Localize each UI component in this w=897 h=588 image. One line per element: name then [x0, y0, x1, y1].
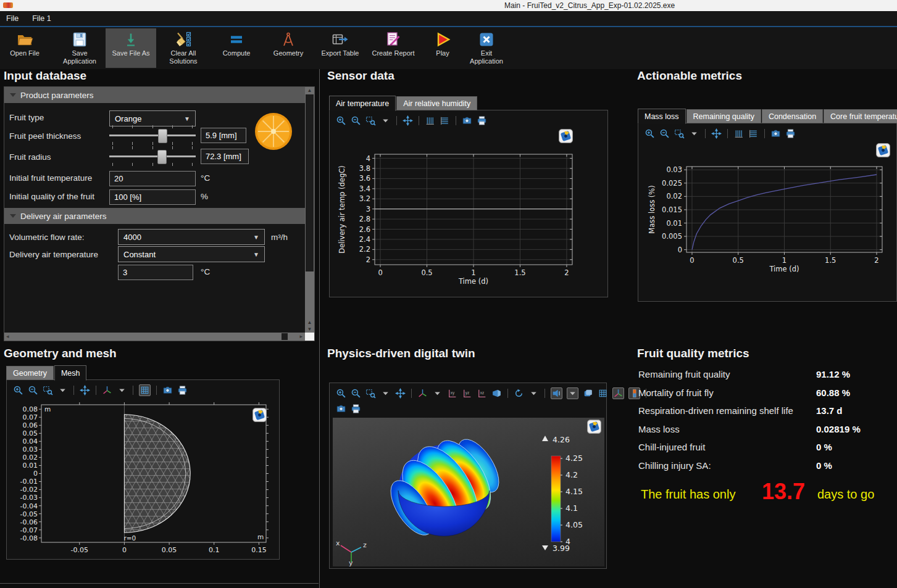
caret-icon[interactable] [528, 388, 539, 399]
zoom-in-icon[interactable] [13, 385, 23, 395]
fit-icon[interactable] [80, 385, 90, 395]
exit-application-button[interactable]: Exit Application [460, 28, 513, 68]
initial-temp-input[interactable]: 20 [109, 171, 196, 186]
grid-x-icon[interactable] [748, 128, 759, 139]
mass-loss-chart[interactable]: 00.511.5200.0050.010.0150.020.0250.03Tim… [638, 141, 896, 304]
menu-file[interactable]: File [6, 14, 19, 23]
menu-file-1[interactable]: File 1 [32, 14, 51, 23]
printer-icon[interactable] [177, 385, 188, 395]
column-divider[interactable] [319, 69, 320, 588]
section-delivery-air-parameters[interactable]: Delivery air parameters [4, 208, 306, 224]
printer-icon[interactable] [785, 128, 796, 139]
compute-button[interactable]: Compute [211, 28, 262, 68]
scroll-right-icon[interactable]: ▸ [299, 333, 302, 341]
play-button[interactable]: Play [421, 28, 464, 68]
geometry-tab-geometry[interactable]: Geometry [6, 366, 54, 380]
create-report-button[interactable]: Create Report [366, 28, 420, 68]
printer-icon[interactable] [351, 404, 361, 414]
grid-icon[interactable] [139, 384, 151, 396]
vertical-scrollbar[interactable]: ▲ ▲ ▼ [305, 87, 314, 333]
zoom-in-icon[interactable] [336, 115, 346, 126]
clear-all-solutions-button[interactable]: Clear All Solutions [157, 28, 209, 68]
scroll-down-icon[interactable]: ▼ [305, 326, 314, 332]
sensor-tab-air-temperature[interactable]: Air temperature [329, 96, 396, 111]
metrics-tab-core-fruit-temperature[interactable]: Core fruit temperature [824, 109, 897, 123]
scrollbar-thumb[interactable] [282, 333, 288, 340]
caret-icon[interactable] [380, 115, 391, 126]
zoom-box-icon[interactable] [365, 388, 376, 399]
caret-icon[interactable] [432, 388, 443, 399]
zoom-out-icon[interactable] [28, 385, 38, 395]
save-application-button[interactable]: Save Application [54, 28, 105, 68]
grid-y-icon[interactable] [733, 128, 744, 139]
camera-icon[interactable] [336, 404, 346, 414]
rotate-icon[interactable] [514, 388, 524, 399]
geometry-tab-mesh[interactable]: Mesh [54, 365, 87, 381]
open-file-button[interactable]: Open File [5, 28, 44, 68]
fruit-radius-value[interactable]: 72.3 [mm] [201, 149, 249, 164]
fit-icon[interactable] [403, 115, 413, 126]
fruit-radius-slider[interactable] [109, 146, 196, 166]
comsol-logo-button[interactable] [876, 143, 890, 157]
triad-small-icon[interactable] [612, 387, 624, 399]
zoom-box-icon[interactable] [43, 385, 53, 395]
export-table-button[interactable]: Export Table [314, 28, 366, 68]
horizontal-scrollbar[interactable]: ◂ ▸ [4, 333, 305, 341]
comsol-logo-button[interactable] [559, 129, 573, 143]
camera-icon[interactable] [162, 385, 173, 395]
metrics-tab-remaining-quality[interactable]: Remaining quality [686, 109, 761, 123]
slider-handle[interactable] [158, 129, 167, 143]
zoom-in-icon[interactable] [336, 388, 346, 399]
scroll-up-icon[interactable]: ▲ [305, 88, 314, 93]
grid-icon[interactable] [598, 388, 608, 399]
comsol-logo-button[interactable] [252, 408, 267, 422]
printer-icon[interactable] [477, 115, 487, 126]
air-temp-value-input[interactable]: 3 [118, 265, 193, 280]
caret-icon[interactable] [380, 388, 391, 399]
caret-icon[interactable] [567, 387, 578, 399]
air-temperature-chart[interactable]: 00.511.5222.22.42.62.833.23.43.63.84Time… [330, 128, 607, 299]
camera-icon[interactable] [770, 128, 781, 139]
metrics-tab-condensation[interactable]: Condensation [762, 109, 823, 123]
zoom-out-icon[interactable] [659, 128, 670, 139]
view-xy-icon[interactable]: xy [447, 388, 457, 399]
fit-icon[interactable] [711, 128, 722, 139]
grid-x-icon[interactable] [440, 115, 450, 126]
air-temp-dropdown[interactable]: Constant ▼ [118, 246, 265, 262]
peel-thickness-slider[interactable] [109, 125, 196, 145]
caret-icon[interactable] [689, 128, 699, 139]
scroll-left-icon[interactable]: ◂ [6, 333, 9, 341]
zoom-in-icon[interactable] [645, 128, 655, 139]
zoom-box-icon[interactable] [365, 115, 376, 126]
slider-handle[interactable] [157, 150, 167, 164]
scene-icon[interactable] [583, 388, 593, 399]
scroll-up-icon[interactable]: ▲ [305, 320, 314, 325]
peel-thickness-value[interactable]: 5.9 [mm] [201, 128, 246, 143]
triad-icon[interactable] [102, 385, 112, 395]
zoom-out-icon[interactable] [351, 115, 361, 126]
sensor-tab-air-relative-humidity[interactable]: Air relative humidity [396, 96, 477, 110]
section-product-parameters[interactable]: Product parameters [4, 87, 306, 103]
caret-icon[interactable] [57, 385, 68, 395]
mesh-plot[interactable]: 0.080.070.060.050.040.030.020.010-0.01-0… [7, 396, 279, 561]
perspective-icon[interactable] [491, 388, 502, 399]
fruit-type-dropdown[interactable]: Orange ▼ [109, 110, 196, 126]
comsol-logo-button[interactable] [587, 420, 601, 434]
zoom-box-icon[interactable] [674, 128, 685, 139]
grid-y-icon[interactable] [425, 115, 435, 126]
fit-icon[interactable] [395, 388, 406, 399]
scrollbar-thumb[interactable] [306, 94, 314, 271]
3d-viewport[interactable]: 4.254.24.154.14.0544.263.99xyz [333, 418, 604, 566]
flow-rate-dropdown[interactable]: 4000 ▼ [118, 229, 265, 245]
view-yz-icon[interactable]: yz [462, 388, 472, 399]
geometry-button[interactable]: Geometry [262, 28, 314, 68]
triad-icon[interactable] [417, 388, 428, 399]
metrics-tab-mass-loss[interactable]: Mass loss [638, 109, 686, 124]
zoom-out-icon[interactable] [351, 388, 361, 399]
camera-icon[interactable] [462, 115, 472, 126]
initial-quality-input[interactable]: 100 [%] [109, 189, 196, 205]
transparency-icon[interactable] [551, 387, 562, 399]
save-file-as-button[interactable]: Save File As [106, 28, 156, 68]
view-xz-icon[interactable]: xz [477, 388, 487, 399]
caret-icon[interactable] [117, 385, 127, 395]
